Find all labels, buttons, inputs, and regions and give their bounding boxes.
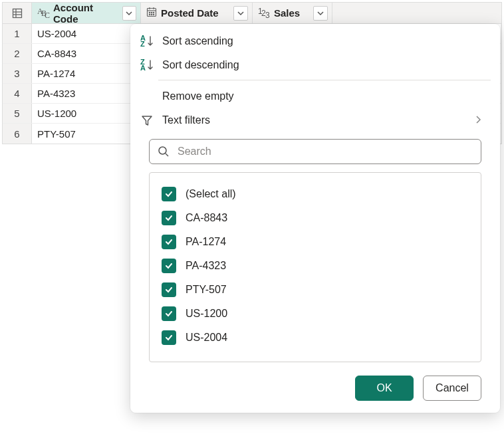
filter-value-label: (Select all)	[186, 188, 236, 200]
select-all-rows[interactable]	[3, 3, 32, 23]
checkbox-checked-icon[interactable]	[162, 187, 176, 201]
column-name: Account Code	[53, 2, 118, 25]
svg-point-14	[159, 147, 166, 154]
column-header-sales[interactable]: 1 2 3 Sales	[253, 3, 332, 23]
filter-value-label: CA-8843	[186, 212, 227, 224]
column-filter-sales[interactable]	[313, 6, 328, 21]
filter-value[interactable]: PA-1274	[162, 230, 469, 254]
column-name: Sales	[274, 7, 300, 19]
filter-value-label: US-1200	[186, 308, 227, 320]
date-type-icon	[146, 7, 157, 19]
filter-value[interactable]: US-2004	[162, 326, 469, 350]
ok-button[interactable]: OK	[355, 376, 414, 401]
checkbox-checked-icon[interactable]	[162, 235, 176, 249]
chevron-down-icon	[126, 10, 132, 17]
row-number[interactable]: 1	[3, 24, 32, 43]
svg-rect-0	[13, 9, 21, 17]
checkbox-checked-icon[interactable]	[162, 259, 176, 273]
column-header-account-code[interactable]: A B C Account Code	[32, 3, 141, 23]
svg-point-11	[149, 14, 150, 15]
remove-empty[interactable]: Remove empty	[130, 84, 500, 108]
text-filters[interactable]: Text filters	[130, 108, 500, 132]
row-number[interactable]: 4	[3, 84, 32, 103]
filter-value-label: US-2004	[186, 332, 227, 344]
filter-value-label: PA-1274	[186, 236, 226, 248]
menu-label: Text filters	[162, 114, 210, 126]
search-icon	[158, 146, 170, 158]
filter-value-select-all[interactable]: (Select all)	[162, 182, 469, 206]
sort-desc-icon: ZA	[140, 59, 154, 71]
menu-label: Sort descending	[162, 59, 239, 71]
filter-value[interactable]: PTY-507	[162, 278, 469, 302]
chevron-down-icon	[237, 10, 244, 17]
search-box[interactable]	[149, 139, 481, 164]
checkbox-checked-icon[interactable]	[162, 282, 176, 297]
column-filter-panel: AZ Sort ascending ZA Sort descending Rem…	[130, 24, 500, 413]
chevron-right-icon	[475, 115, 481, 126]
row-number[interactable]: 2	[3, 44, 32, 63]
chevron-down-icon	[317, 10, 324, 17]
menu-label: Sort ascending	[162, 35, 233, 47]
filter-value-label: PA-4323	[186, 260, 226, 272]
menu-separator	[158, 80, 491, 80]
row-number[interactable]: 6	[3, 124, 32, 144]
menu-label: Remove empty	[162, 90, 234, 102]
table-icon	[12, 8, 23, 19]
svg-point-13	[153, 14, 154, 15]
sort-ascending[interactable]: AZ Sort ascending	[130, 29, 500, 53]
filter-icon	[140, 114, 154, 126]
search-input[interactable]	[176, 145, 473, 158]
filter-value[interactable]: US-1200	[162, 302, 469, 326]
sort-asc-icon: AZ	[140, 35, 154, 47]
column-filter-account-code[interactable]	[122, 6, 136, 21]
filter-values-list: (Select all) CA-8843 PA-1274 PA-4323 PTY…	[149, 172, 481, 362]
svg-point-9	[151, 12, 152, 13]
filter-value-label: PTY-507	[186, 284, 227, 296]
grid-header: A B C Account Code Posted Date	[3, 3, 501, 24]
filter-value[interactable]: CA-8843	[162, 206, 469, 230]
column-header-posted-date[interactable]: Posted Date	[141, 3, 253, 23]
sort-descending[interactable]: ZA Sort descending	[130, 53, 500, 77]
column-filter-posted-date[interactable]	[233, 6, 248, 21]
number-type-icon: 1 2 3	[258, 8, 270, 19]
filter-value[interactable]: PA-4323	[162, 254, 469, 278]
checkbox-checked-icon[interactable]	[162, 211, 176, 225]
svg-point-8	[149, 12, 150, 13]
svg-point-10	[153, 12, 154, 13]
checkbox-checked-icon[interactable]	[162, 306, 176, 321]
cancel-button[interactable]: Cancel	[423, 376, 481, 401]
checkbox-checked-icon[interactable]	[162, 330, 176, 345]
panel-buttons: OK Cancel	[130, 362, 500, 401]
row-number[interactable]: 3	[3, 64, 32, 83]
svg-point-12	[151, 14, 152, 15]
row-number[interactable]: 5	[3, 104, 32, 123]
svg-line-15	[166, 154, 168, 156]
column-name: Posted Date	[161, 7, 219, 19]
text-type-icon: A B C	[37, 8, 49, 19]
